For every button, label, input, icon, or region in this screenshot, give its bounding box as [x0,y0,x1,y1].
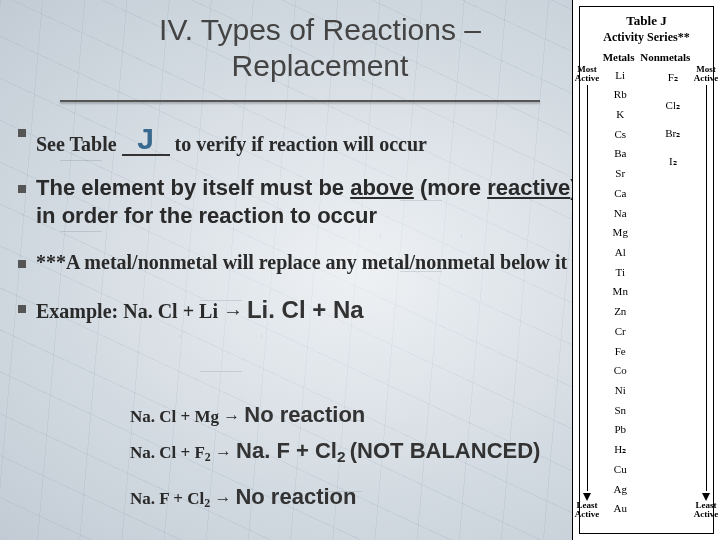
axis-line [706,85,707,491]
table-j-title: Table J [580,13,713,29]
nonmetal-element: F₂ [668,71,678,83]
ex3-rhs: Na. F + Cl2 (NOT BALANCED) [236,438,540,463]
bullet-marker [18,129,26,137]
table-letter-J: J [137,122,154,156]
slide-title: IV. Types of Reactions – Replacement [60,12,580,84]
bullet-1-b: to verify if reaction will occur [170,133,427,155]
metal-element: Na [614,207,627,219]
bullet-2-text: The element by itself must be above (mor… [36,174,578,229]
metal-element: Cr [615,325,626,337]
title-rule [60,98,540,102]
ex2-lhs: Na. Cl + Mg [130,407,223,426]
nonmetals-column: F₂Cl₂Br₂I₂ [647,65,700,519]
table-j-heads: Metals Nonmetals [580,51,713,63]
metal-element: Fe [615,345,626,357]
example-rhs: Li. Cl + Na [247,296,364,323]
example-4: Na. F + Cl2 → No reaction [130,484,356,511]
metal-element: Ag [614,483,627,495]
bullet-1-text: See Table J to verify if reaction will o… [36,120,427,156]
bullet-1: See Table J to verify if reaction will o… [18,120,578,156]
least-active-tag: Least Active [694,501,719,519]
bullet-3-text: ***A metal/nonmetal will replace any met… [36,251,567,274]
bullet-2-reactive: reactive [487,175,570,200]
bullet-2-b: (more [414,175,487,200]
bullet-marker [18,305,26,313]
metal-element: K [616,108,624,120]
right-axis: Most Active Least Active [699,65,713,519]
metal-element: Zn [614,306,626,318]
metal-element: Rb [614,89,627,101]
axis-line [587,85,588,491]
title-line-2: Replacement [232,49,409,82]
ex3-rhs-a: Na. F + Cl [236,438,337,463]
ex3-lhs-text: Na. Cl + F [130,443,205,462]
metal-element: Ni [615,385,626,397]
metal-element: Mn [613,286,628,298]
title-line-1: IV. Types of Reactions – [159,13,481,46]
left-axis: Most Active Least Active [580,65,594,519]
metal-element: Cu [614,463,627,475]
bullet-4: Example: Na. Cl + Li → Li. Cl + Na [18,296,578,324]
metals-column: LiRbKCsBaSrCaNaMgAlTiMnZnCrFeCoNiSnPbH₂C… [594,65,647,519]
bullet-list: See Table J to verify if reaction will o… [18,120,578,342]
ex4-lhs: Na. F + Cl2 → [130,489,231,508]
table-j-subtitle: Activity Series** [580,30,713,45]
nonmetal-element: I₂ [669,155,677,167]
ex4-rhs: No reaction [235,484,356,509]
metal-element: Ba [614,148,626,160]
metal-element: Co [614,365,627,377]
table-j-border: Table J Activity Series** Metals Nonmeta… [579,6,714,534]
arrow-icon: → [223,300,243,322]
metal-element: Sr [615,168,625,180]
nonmetal-element: Br₂ [665,127,680,139]
arrow-icon: → [214,489,231,508]
ex4-lhs-text: Na. F + Cl [130,489,204,508]
head-nonmetals: Nonmetals [640,51,690,63]
bullet-4-text: Example: Na. Cl + Li → Li. Cl + Na [36,296,364,324]
metal-element: Pb [614,424,626,436]
metal-element: H₂ [614,444,626,456]
slide: IV. Types of Reactions – Replacement See… [0,0,720,540]
example-2: Na. Cl + Mg → No reaction [130,402,365,428]
metal-element: Ca [614,187,626,199]
example-3: Na. Cl + F2 → Na. F + Cl2 (NOT BALANCED) [130,438,540,466]
bullet-2: The element by itself must be above (mor… [18,174,578,229]
bullet-marker [18,185,26,193]
table-j-panel: Table J Activity Series** Metals Nonmeta… [572,0,720,540]
arrow-icon: → [215,443,232,462]
head-metals: Metals [603,51,635,63]
bullet-3: ***A metal/nonmetal will replace any met… [18,251,578,274]
nonmetal-element: Cl₂ [666,99,680,111]
bullet-2-above: above [350,175,414,200]
bullet-2-a: The element by itself must be [36,175,350,200]
metal-element: Mg [613,227,628,239]
metal-element: Sn [614,404,626,416]
metal-element: Ti [616,266,625,278]
bullet-1-a: See Table [36,133,122,155]
example-lhs: Example: Na. Cl + Li [36,300,223,322]
metal-element: Cs [614,128,626,140]
most-active-tag: Most Active [694,65,719,83]
series-body: Most Active Least Active LiRbKCsBaSrCaNa… [580,65,713,519]
ex3-note: (NOT BALANCED) [350,438,541,463]
metal-element: Al [615,246,626,258]
ex3-lhs: Na. Cl + F2 → [130,443,232,462]
bullet-marker [18,260,26,268]
metal-element: Li [615,69,625,81]
ex2-rhs: No reaction [244,402,365,427]
arrow-icon: → [223,407,240,426]
metal-element: Au [614,503,627,515]
